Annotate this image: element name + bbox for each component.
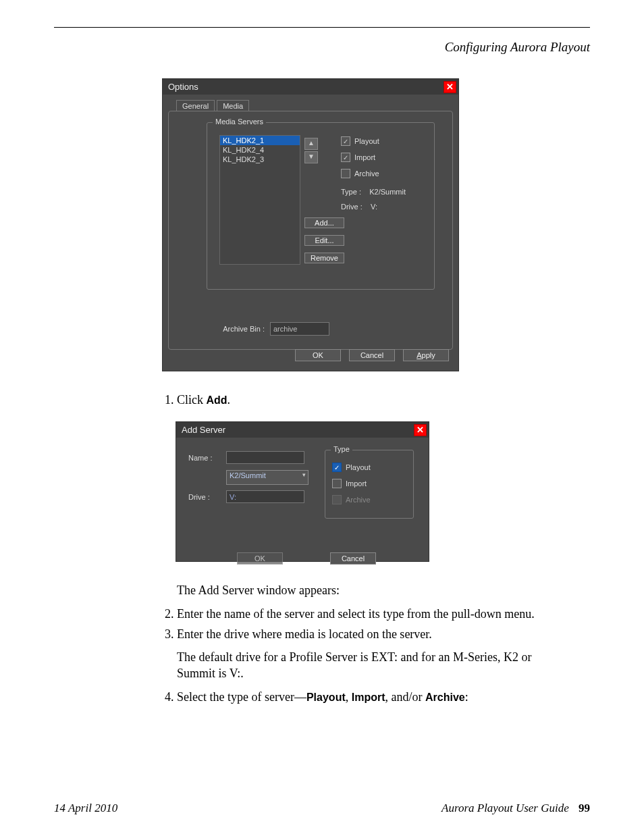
- checkbox-label: Playout: [354, 137, 379, 145]
- checkbox-label: Archive: [354, 170, 379, 178]
- drive-label: Drive :: [341, 203, 363, 211]
- archive-bin-input[interactable]: [270, 322, 329, 336]
- list-item[interactable]: KL_HDK2_3: [220, 155, 300, 164]
- add-button[interactable]: Add...: [304, 217, 344, 228]
- footer-book: Aurora Playout User Guide: [441, 802, 569, 814]
- dialog-title-text: Add Server: [182, 425, 225, 435]
- checkbox-label: Archive: [346, 496, 371, 504]
- dialog-title: Options ✕: [163, 79, 458, 95]
- remove-button[interactable]: Remove: [304, 253, 344, 263]
- ok-button[interactable]: OK: [295, 349, 341, 361]
- checkbox-playout[interactable]: ✓: [341, 136, 350, 146]
- server-list[interactable]: KL_HDK2_1 KL_HDK2_4 KL_HDK2_3: [219, 135, 300, 265]
- checkbox-import[interactable]: [332, 479, 342, 488]
- move-up-button[interactable]: ▲: [304, 138, 318, 150]
- archive-bin-label: Archive Bin :: [211, 325, 265, 333]
- checkbox-label: Import: [346, 479, 367, 488]
- type-select[interactable]: K2/Summit: [226, 470, 308, 485]
- step-3: Enter the drive where media is located o…: [177, 626, 536, 642]
- drive-label: Drive :: [188, 493, 218, 501]
- type-group: Type ✓ Playout Import Archive: [325, 450, 414, 519]
- list-item[interactable]: KL_HDK2_4: [220, 145, 300, 155]
- ok-button[interactable]: OK: [237, 552, 283, 565]
- tab-general[interactable]: General: [176, 100, 215, 111]
- name-label: Name :: [188, 454, 218, 462]
- type-value: K2/Summit: [369, 188, 406, 196]
- step-4: Select the type of server—Playout, Impor…: [177, 689, 536, 705]
- list-item[interactable]: KL_HDK2_1: [220, 136, 300, 145]
- step-2: Enter the name of the server and select …: [177, 606, 536, 622]
- drive-value: V:: [371, 203, 377, 211]
- add-server-dialog: Add Server ✕ Name : K2/Summit Drive : Ty…: [176, 421, 429, 562]
- section-heading: Configuring Aurora Playout: [54, 40, 590, 55]
- close-icon[interactable]: ✕: [444, 81, 456, 93]
- close-icon[interactable]: ✕: [414, 424, 427, 436]
- dialog-title-text: Options: [168, 82, 198, 92]
- name-input[interactable]: [226, 451, 304, 464]
- cancel-button[interactable]: Cancel: [330, 552, 376, 565]
- tab-media[interactable]: Media: [217, 100, 249, 111]
- checkbox-archive[interactable]: [341, 169, 350, 178]
- type-label: Type :: [341, 188, 361, 196]
- checkbox-playout[interactable]: ✓: [332, 463, 342, 472]
- group-label: Type: [331, 445, 352, 453]
- checkbox-label: Playout: [346, 463, 371, 471]
- edit-button[interactable]: Edit...: [304, 235, 344, 246]
- media-servers-group: Media Servers KL_HDK2_1 KL_HDK2_4 KL_HDK…: [207, 122, 435, 290]
- paragraph: The Add Server window appears:: [177, 582, 536, 598]
- footer-date: 14 April 2010: [54, 802, 117, 815]
- checkbox-import[interactable]: ✓: [341, 153, 350, 162]
- group-label: Media Servers: [213, 118, 266, 126]
- step-1: Click Add.: [177, 392, 536, 408]
- move-down-button[interactable]: ▼: [304, 151, 318, 163]
- footer-page: 99: [579, 802, 590, 814]
- checkbox-label: Import: [354, 153, 375, 161]
- apply-button[interactable]: Apply: [403, 349, 449, 361]
- dialog-title: Add Server ✕: [176, 422, 429, 438]
- paragraph: The default drive for a Profile Server i…: [177, 649, 536, 682]
- options-dialog: Options ✕ General Media Media Servers KL…: [162, 78, 459, 371]
- cancel-button[interactable]: Cancel: [349, 349, 395, 361]
- checkbox-archive: [332, 495, 342, 504]
- drive-input[interactable]: [226, 490, 304, 503]
